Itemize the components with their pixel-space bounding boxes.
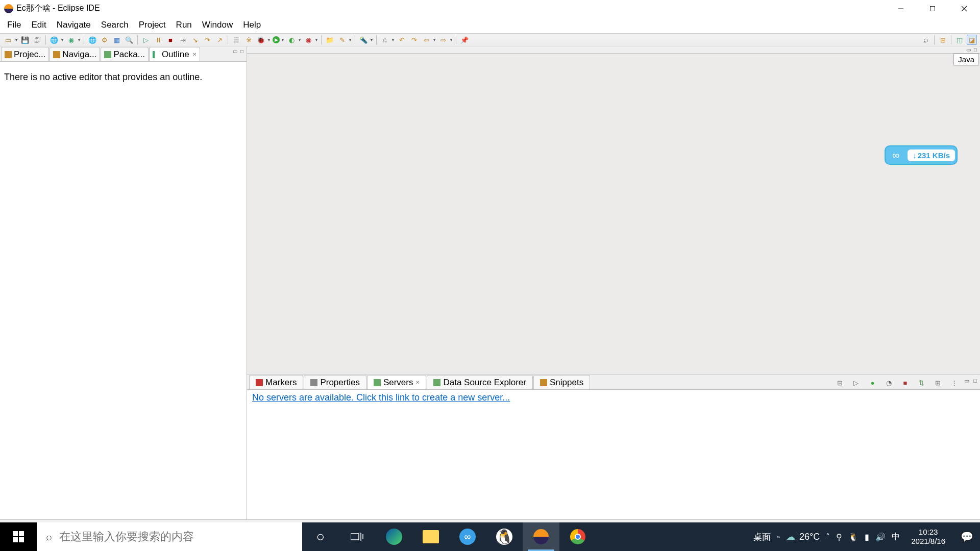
nav-back-button[interactable]: ⇦ xyxy=(421,35,431,45)
view-menu-button[interactable]: ⋮ xyxy=(949,378,959,388)
battery-icon[interactable]: ▮ xyxy=(865,532,869,542)
save-all-button[interactable]: 🗐 xyxy=(32,35,42,45)
menu-run[interactable]: Run xyxy=(171,18,197,32)
notifications-button[interactable]: 💬 xyxy=(957,531,977,543)
tray-expand-button[interactable]: ˄ xyxy=(826,532,830,542)
create-server-link[interactable]: No servers are available. Click this lin… xyxy=(252,392,510,403)
nav-forward-dropdown[interactable]: ▾ xyxy=(449,38,453,42)
tab-markers[interactable]: Markers xyxy=(249,375,303,389)
new-class-button[interactable]: ✎ xyxy=(337,35,347,45)
nav-back-dropdown[interactable]: ▾ xyxy=(432,38,436,42)
suspend-button[interactable]: ⏸ xyxy=(153,35,163,45)
taskbar-clock[interactable]: 10:23 2021/8/16 xyxy=(906,528,950,546)
taskbar-search[interactable]: ⌕ xyxy=(37,522,302,551)
tool-4-button[interactable]: 🔍 xyxy=(124,35,134,45)
back-button[interactable]: ↶ xyxy=(397,35,407,45)
server-publish-button[interactable]: ⇅ xyxy=(916,378,926,388)
open-type-button[interactable]: ◉ xyxy=(66,35,76,45)
maximize-view-button[interactable]: □ xyxy=(973,378,977,388)
server-run-button[interactable]: ● xyxy=(867,378,877,388)
menu-window[interactable]: Window xyxy=(197,18,238,32)
close-icon[interactable]: ✕ xyxy=(415,380,420,385)
menu-search[interactable]: Search xyxy=(96,18,134,32)
forward-button[interactable]: ↷ xyxy=(409,35,419,45)
search-dropdown[interactable]: ▾ xyxy=(370,38,373,42)
menu-file[interactable]: File xyxy=(2,18,26,32)
close-icon[interactable]: ✕ xyxy=(192,52,197,57)
save-button[interactable]: 💾 xyxy=(20,35,30,45)
pin-editor-button[interactable]: 📌 xyxy=(459,35,470,45)
minimize-button[interactable] xyxy=(885,0,917,17)
java-perspective-button[interactable]: ◪ xyxy=(967,35,977,45)
tab-properties[interactable]: Properties xyxy=(304,375,366,389)
maximize-view-button[interactable]: □ xyxy=(240,48,243,54)
overflow-icon[interactable]: » xyxy=(777,534,780,540)
tab-outline[interactable]: Outline ✕ xyxy=(149,47,200,61)
minimize-editor-button[interactable]: ▭ xyxy=(966,47,971,53)
build-button[interactable]: ☰ xyxy=(231,35,241,45)
toggle-mark-button[interactable]: ⎌ xyxy=(380,35,390,45)
new-package-button[interactable]: 📁 xyxy=(325,35,335,45)
toggle-mark-dropdown[interactable]: ▾ xyxy=(391,38,395,42)
tab-navigator[interactable]: Naviga... xyxy=(50,47,100,61)
taskbar-cloud-app[interactable]: ∞ xyxy=(449,522,486,551)
tab-data-source-explorer[interactable]: Data Source Explorer xyxy=(427,375,533,389)
global-search-button[interactable]: ⌕ xyxy=(921,35,931,45)
server-profile-button[interactable]: ◔ xyxy=(884,378,894,388)
debug-dropdown[interactable]: ▾ xyxy=(267,38,271,42)
web-button[interactable]: 🌐 xyxy=(87,35,97,45)
open-type-dropdown[interactable]: ▾ xyxy=(77,38,81,42)
tray-qq-icon[interactable]: 🐧 xyxy=(848,532,859,542)
download-speed-widget[interactable]: ∞ ↓231 KB/s xyxy=(885,145,958,165)
tab-servers[interactable]: Servers ✕ xyxy=(367,375,427,389)
server-debug-button[interactable]: ▷ xyxy=(851,378,861,388)
new-dropdown[interactable]: ▾ xyxy=(14,38,18,42)
step-return-button[interactable]: ↗ xyxy=(214,35,225,45)
skip-breakpoints-button[interactable]: ※ xyxy=(243,35,254,45)
task-view-button[interactable] xyxy=(339,522,376,551)
debug-button[interactable]: 🐞 xyxy=(256,35,266,45)
ime-indicator[interactable]: 中 xyxy=(892,532,900,542)
maximize-button[interactable] xyxy=(917,0,948,17)
close-button[interactable] xyxy=(948,0,980,17)
new-jsp-button[interactable]: ▦ xyxy=(112,35,122,45)
run-last-dropdown[interactable]: ▾ xyxy=(314,38,318,42)
new-class-dropdown[interactable]: ▾ xyxy=(348,38,352,42)
taskbar-edge[interactable] xyxy=(376,522,412,551)
open-perspective-button[interactable]: ⊞ xyxy=(938,35,948,45)
taskbar-weather[interactable]: ☁ 26°C xyxy=(786,531,820,542)
menu-project[interactable]: Project xyxy=(134,18,171,32)
tab-package-explorer[interactable]: Packa... xyxy=(101,47,148,61)
show-desktop-label[interactable]: 桌面 xyxy=(753,531,771,543)
search-button[interactable]: 🔦 xyxy=(358,35,369,45)
taskbar-qq[interactable]: 🐧 xyxy=(486,522,523,551)
open-browser-dropdown[interactable]: ▾ xyxy=(60,38,64,42)
volume-icon[interactable]: 🔊 xyxy=(875,532,886,542)
server-start-button[interactable]: ⊟ xyxy=(835,378,845,388)
taskbar-search-input[interactable] xyxy=(59,530,293,543)
disconnect-button[interactable]: ⇥ xyxy=(178,35,188,45)
tab-snippets[interactable]: Snippets xyxy=(533,375,590,389)
open-browser-button[interactable]: 🌐 xyxy=(49,35,59,45)
coverage-dropdown[interactable]: ▾ xyxy=(298,38,301,42)
run-on-server-button[interactable]: ⚙ xyxy=(100,35,110,45)
resume-button[interactable]: ▷ xyxy=(141,35,151,45)
run-dropdown[interactable]: ▾ xyxy=(281,38,284,42)
run-button[interactable]: ▶ xyxy=(273,36,280,43)
new-button[interactable]: ▭ xyxy=(3,35,13,45)
coverage-button[interactable]: ◐ xyxy=(286,35,297,45)
taskbar-chrome[interactable] xyxy=(559,522,596,551)
maximize-editor-button[interactable]: □ xyxy=(974,47,977,53)
nav-forward-button[interactable]: ⇨ xyxy=(438,35,448,45)
terminate-button[interactable]: ■ xyxy=(165,35,176,45)
step-into-button[interactable]: ↘ xyxy=(190,35,200,45)
java-ee-perspective-button[interactable]: ◫ xyxy=(954,35,965,45)
menu-edit[interactable]: Edit xyxy=(26,18,51,32)
run-last-button[interactable]: ◉ xyxy=(303,35,313,45)
wifi-icon[interactable]: ⚲ xyxy=(836,532,842,542)
step-over-button[interactable]: ↷ xyxy=(202,35,212,45)
menu-help[interactable]: Help xyxy=(238,18,266,32)
minimize-view-button[interactable]: ▭ xyxy=(233,48,237,54)
tab-project-explorer[interactable]: Projec... xyxy=(1,47,49,61)
server-clean-button[interactable]: ⊞ xyxy=(933,378,943,388)
